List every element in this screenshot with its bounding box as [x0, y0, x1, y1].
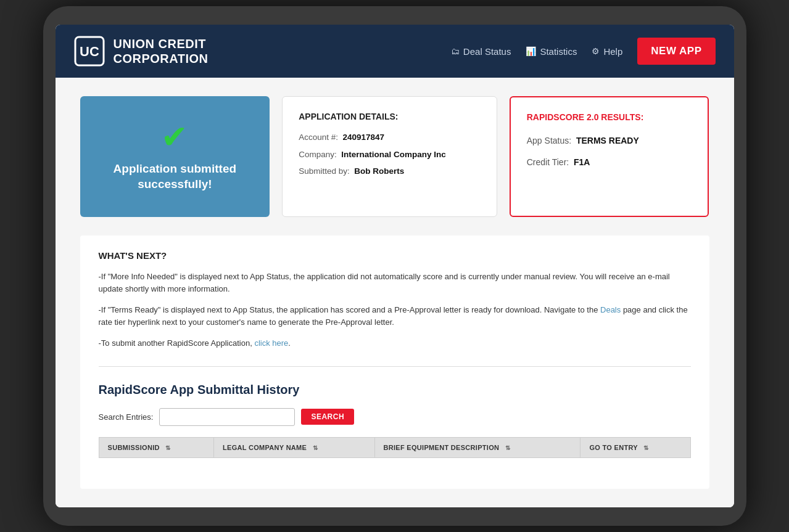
search-label: Search Entries:: [99, 412, 154, 422]
section-divider: [99, 366, 691, 367]
help-icon: ⚙: [592, 46, 600, 56]
sort-icon-company: ⇅: [313, 444, 318, 451]
whats-next-section: WHAT'S NEXT? -If "More Info Needed" is d…: [80, 235, 709, 489]
sort-icon-submissionid: ⇅: [165, 444, 170, 451]
details-title: APPLICATION DETAILS:: [299, 112, 481, 121]
account-value: 240917847: [343, 133, 385, 142]
sort-icon-equipment: ⇅: [505, 444, 510, 451]
logo-area: UC UNION CREDIT CORPORATION: [74, 36, 209, 67]
success-card: ✔ Application submitted successfully!: [80, 96, 270, 216]
tier-label: Credit Tier:: [527, 157, 569, 167]
rapidscore-title: RAPIDSCORE 2.0 RESULTS:: [527, 112, 692, 122]
account-label: Account #:: [299, 133, 338, 142]
para3-before: -To submit another RapidScore Applicatio…: [99, 338, 255, 348]
click-here-link[interactable]: click here: [254, 338, 288, 348]
col-go-to-entry[interactable]: GO TO ENTRY ⇅: [580, 437, 690, 457]
para3-after: .: [288, 338, 291, 348]
rapidscore-card: RAPIDSCORE 2.0 RESULTS: App Status: TERM…: [510, 96, 709, 216]
bar-chart-icon: 📊: [526, 46, 536, 56]
deals-link[interactable]: Deals: [600, 305, 621, 314]
col-equipment-description[interactable]: BRIEF EQUIPMENT DESCRIPTION ⇅: [374, 437, 580, 457]
credit-tier-row: Credit Tier: F1A: [527, 156, 692, 169]
history-section: RapidScore App Submittal History Search …: [99, 383, 691, 470]
nav-area: 🗂 Deal Status 📊 Statistics ⚙ Help NEW AP…: [451, 38, 716, 65]
header: UC UNION CREDIT CORPORATION 🗂 Deal Statu…: [56, 25, 734, 78]
company-label: Company:: [299, 150, 337, 159]
company-value: International Company Inc: [341, 150, 446, 159]
application-details-card: APPLICATION DETAILS: Account #: 24091784…: [282, 96, 497, 216]
whats-next-para1: -If "More Info Needed" is displayed next…: [99, 271, 691, 295]
history-title: RapidScore App Submittal History: [99, 383, 691, 397]
history-table: SUBMISSIONID ⇅ LEGAL COMPANY NAME ⇅ BRIE…: [99, 437, 691, 458]
logo-text: UNION CREDIT CORPORATION: [114, 36, 209, 66]
main-content: ✔ Application submitted successfully! AP…: [56, 78, 734, 507]
account-row: Account #: 240917847: [299, 131, 481, 144]
logo-icon: UC: [74, 36, 105, 67]
nav-statistics[interactable]: 📊 Statistics: [526, 46, 577, 57]
status-label: App Status:: [527, 136, 571, 145]
briefcase-icon: 🗂: [451, 46, 460, 56]
checkmark-icon: ✔: [161, 121, 188, 153]
table-header-row: SUBMISSIONID ⇅ LEGAL COMPANY NAME ⇅ BRIE…: [99, 437, 690, 457]
nav-help[interactable]: ⚙ Help: [592, 46, 622, 57]
tablet-screen: UC UNION CREDIT CORPORATION 🗂 Deal Statu…: [56, 25, 734, 507]
search-input[interactable]: [159, 408, 295, 426]
search-button[interactable]: SEARCH: [301, 409, 354, 425]
submitted-value: Bob Roberts: [354, 166, 404, 176]
sort-icon-entry: ⇅: [643, 444, 648, 451]
tier-value: F1A: [574, 157, 590, 167]
new-app-button[interactable]: NEW APP: [637, 38, 715, 65]
company-row: Company: International Company Inc: [299, 149, 481, 161]
whats-next-title: WHAT'S NEXT?: [99, 250, 691, 261]
nav-deal-status[interactable]: 🗂 Deal Status: [451, 46, 511, 57]
status-value: TERMS READY: [576, 136, 639, 145]
col-legal-company-name[interactable]: LEGAL COMPANY NAME ⇅: [214, 437, 374, 457]
submitted-row: Submitted by: Bob Roberts: [299, 165, 481, 178]
submitted-label: Submitted by:: [299, 166, 350, 176]
search-row: Search Entries: SEARCH: [99, 408, 691, 426]
para2-before: -If "Terms Ready" is displayed next to A…: [99, 305, 601, 314]
cards-row: ✔ Application submitted successfully! AP…: [80, 96, 709, 216]
success-message: Application submitted successfully!: [93, 162, 258, 192]
app-status-row: App Status: TERMS READY: [527, 134, 692, 147]
svg-text:UC: UC: [80, 44, 99, 59]
whats-next-para3: -To submit another RapidScore Applicatio…: [99, 337, 691, 350]
whats-next-para2: -If "Terms Ready" is displayed next to A…: [99, 304, 691, 329]
tablet-frame: UC UNION CREDIT CORPORATION 🗂 Deal Statu…: [43, 6, 746, 525]
col-submissionid[interactable]: SUBMISSIONID ⇅: [99, 437, 214, 457]
